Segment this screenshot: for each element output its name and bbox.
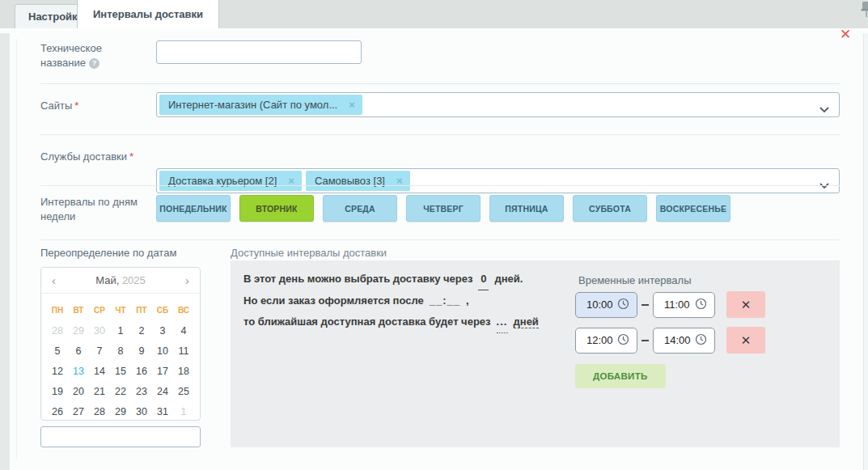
calendar-day[interactable]: 1 xyxy=(173,401,194,421)
calendar-next-icon[interactable]: › xyxy=(178,274,189,286)
day-button-thursday[interactable]: ЧЕТВЕРГ xyxy=(406,195,481,222)
day-button-friday[interactable]: ПЯТНИЦА xyxy=(489,195,564,222)
calendar-day[interactable]: 26 xyxy=(47,401,68,421)
day-button-monday[interactable]: ПОНЕДЕЛЬНИК xyxy=(156,195,231,222)
calendar-day[interactable]: 31 xyxy=(152,401,173,421)
left-edge-strip xyxy=(0,33,10,470)
day-button-wednesday[interactable]: СРЕДА xyxy=(323,195,397,222)
calendar-day[interactable]: 27 xyxy=(68,401,89,421)
day-button-saturday[interactable]: СУББОТА xyxy=(573,195,647,222)
calendar-header: ‹ Май, 2025 › xyxy=(41,268,200,294)
interval-from-input[interactable]: 10:00 xyxy=(575,292,637,318)
help-icon[interactable]: ? xyxy=(89,58,100,69)
panel-gutter-line xyxy=(16,39,17,459)
day-button-tuesday[interactable]: ВТОРНИК xyxy=(239,195,314,222)
time-value: 14:00 xyxy=(664,334,691,346)
technical-name-label: Техническое название? xyxy=(40,41,142,70)
calendar-day[interactable]: 9 xyxy=(131,341,152,361)
calendar-day[interactable]: 17 xyxy=(152,361,173,381)
calendar-weekday-header: ПН xyxy=(47,300,68,320)
delivery-services-multiselect[interactable]: Доставка курьером [2] × Самовывоз [3] × xyxy=(156,168,840,193)
calendar-day[interactable]: 24 xyxy=(152,381,173,401)
available-intervals-title: Доступные интервалы доставки xyxy=(231,246,387,260)
chevron-down-icon xyxy=(819,102,829,116)
calendar-weekday-header: СБ xyxy=(152,300,173,320)
calendar-day[interactable]: 30 xyxy=(131,401,152,421)
clock-icon xyxy=(695,298,707,312)
calendar-weekday-header: ВТ xyxy=(68,300,89,320)
required-mark: * xyxy=(74,100,78,112)
calendar-day[interactable]: 28 xyxy=(89,401,110,421)
interval-from-input[interactable]: 12:00 xyxy=(575,328,637,354)
calendar-day[interactable]: 29 xyxy=(68,320,89,341)
calendar-day[interactable]: 7 xyxy=(89,341,110,361)
sites-multiselect[interactable]: Интернет-магазин (Сайт по умол... × xyxy=(156,92,840,117)
override-date-input[interactable] xyxy=(40,426,201,447)
calendar-year-label: 2025 xyxy=(122,274,146,286)
calendar-day[interactable]: 1 xyxy=(110,320,131,341)
calendar-prev-icon[interactable]: ‹ xyxy=(52,274,63,286)
interval-to-input[interactable]: 14:00 xyxy=(653,328,715,354)
calendar-day[interactable]: 29 xyxy=(110,401,131,421)
calendar-day[interactable]: 21 xyxy=(89,381,110,401)
calendar-day[interactable]: 22 xyxy=(110,381,131,401)
available-intervals-panel: В этот день можно выбрать доставку через… xyxy=(231,260,840,447)
divider xyxy=(40,239,840,240)
calendar-day[interactable]: 25 xyxy=(173,381,194,401)
calendar-day[interactable]: 18 xyxy=(173,361,194,381)
scroll-track[interactable] xyxy=(863,33,868,470)
delivery-intervals-screen: Настройки Интервалы доставки ✕ Техническ… xyxy=(0,0,868,470)
calendar-day[interactable]: 3 xyxy=(152,320,173,341)
date-override-title: Переопределение по датам xyxy=(40,246,176,260)
calendar-day[interactable]: 19 xyxy=(47,381,68,401)
remove-tag-icon[interactable]: × xyxy=(349,99,355,111)
calendar-day[interactable]: 15 xyxy=(110,361,131,381)
technical-name-input[interactable] xyxy=(156,40,362,64)
fallback-days-editable[interactable]: ... xyxy=(497,311,508,333)
sites-label: Сайты* xyxy=(40,99,78,113)
calendar-day[interactable]: 6 xyxy=(68,341,89,361)
delete-interval-button[interactable]: ✕ xyxy=(726,291,765,318)
divider xyxy=(40,185,840,186)
calendar-grid: ПН ВТ СР ЧТ ПТ СБ ВС 28 29 30 1 2 3 4 5 … xyxy=(41,294,200,421)
calendar: ‹ Май, 2025 › ПН ВТ СР ЧТ ПТ СБ ВС 28 29… xyxy=(40,267,201,421)
calendar-day[interactable]: 5 xyxy=(47,341,68,361)
calendar-day[interactable]: 10 xyxy=(152,341,173,361)
tab-delivery-intervals[interactable]: Интервалы доставки xyxy=(77,0,219,28)
pin-icon[interactable] xyxy=(858,1,868,22)
calendar-day-today[interactable]: 13 xyxy=(68,361,89,381)
interval-dash xyxy=(641,340,649,341)
calendar-day[interactable]: 30 xyxy=(89,320,110,341)
calendar-day[interactable]: 20 xyxy=(68,381,89,401)
calendar-day[interactable]: 12 xyxy=(47,361,68,381)
tab-bar: Настройки Интервалы доставки xyxy=(0,0,868,31)
site-tag: Интернет-магазин (Сайт по умол... × xyxy=(159,95,362,115)
time-interval-row: 10:00 11:00 ✕ xyxy=(575,291,765,318)
interval-to-input[interactable]: 11:00 xyxy=(653,292,715,318)
calendar-day[interactable]: 14 xyxy=(89,361,110,381)
clock-icon xyxy=(617,333,629,348)
sentence-text: В этот день можно выбрать доставку через xyxy=(243,273,472,285)
calendar-day[interactable]: 28 xyxy=(47,320,68,341)
calendar-day[interactable]: 16 xyxy=(131,361,152,381)
calendar-day[interactable]: 23 xyxy=(131,381,152,401)
day-button-sunday[interactable]: ВОСКРЕСЕНЬЕ xyxy=(656,195,730,222)
calendar-day[interactable]: 4 xyxy=(173,320,194,341)
service-tag: Доставка курьером [2] × xyxy=(159,171,302,191)
days-offset-editable[interactable]: 0 xyxy=(478,269,489,290)
days-word-link[interactable]: дней xyxy=(514,315,539,328)
weekday-intervals-label: Интервалы по дням недели xyxy=(40,195,154,224)
close-icon[interactable]: ✕ xyxy=(840,28,851,41)
site-tag-label: Интернет-магазин (Сайт по умол... xyxy=(168,99,337,111)
delete-interval-button[interactable]: ✕ xyxy=(726,327,765,354)
calendar-day[interactable]: 2 xyxy=(131,320,152,341)
add-interval-button[interactable]: ДОБАВИТЬ xyxy=(575,364,666,388)
calendar-day[interactable]: 8 xyxy=(110,341,131,361)
calendar-month-title[interactable]: Май, 2025 xyxy=(63,274,178,286)
calendar-weekday-header: ПТ xyxy=(131,300,152,320)
time-interval-row: 12:00 14:00 ✕ xyxy=(575,327,765,354)
cutoff-time-editable[interactable]: __:__ xyxy=(430,290,460,311)
sentence-text: дней. xyxy=(494,273,523,285)
sentence-line-2: Но если заказ оформляется после__:__, xyxy=(243,290,539,311)
calendar-day[interactable]: 11 xyxy=(173,341,194,361)
